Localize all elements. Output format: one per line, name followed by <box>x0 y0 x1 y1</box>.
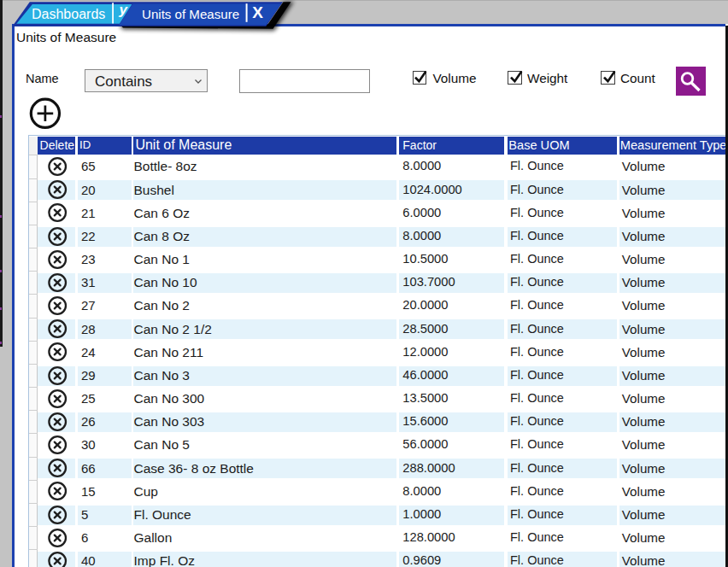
svg-text:y: y <box>119 2 129 18</box>
svg-text:Units of Measure: Units of Measure <box>142 7 239 21</box>
svg-text:X: X <box>252 3 263 21</box>
svg-text:Dashboards: Dashboards <box>32 7 105 21</box>
